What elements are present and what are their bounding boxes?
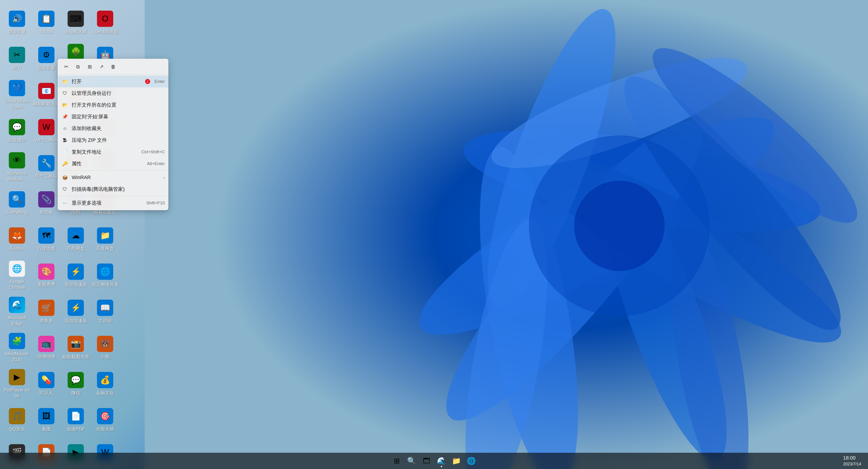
- icon-label-icon-34: 迅游加速器: [64, 318, 87, 324]
- copy-path-icon: 📄: [61, 148, 68, 156]
- icon-emoji-icon-40: ▶: [14, 372, 20, 382]
- icon-label-icon-13: WPS Office: [35, 137, 58, 143]
- desktop-icon-icon-39[interactable]: 🐻 小熊: [90, 330, 120, 366]
- desktop-icon-icon-40[interactable]: ▶ PotPlayer 64 bit: [2, 366, 32, 402]
- desktop-icon-icon-41[interactable]: 💊 吃豆人: [32, 366, 61, 402]
- desktop-icon-icon-37[interactable]: 📺 哔哩哔哩: [32, 330, 61, 366]
- taskbar-start[interactable]: ⊞: [390, 454, 403, 468]
- icon-emoji-icon-7: 🤖: [100, 50, 110, 60]
- desktop-icon-icon-42[interactable]: 💬 微信: [61, 366, 90, 402]
- desktop-icon-icon-33[interactable]: 🛒 拼多多: [32, 294, 61, 330]
- desktop-icon-icon-21[interactable]: 📎 剪切板: [32, 185, 61, 221]
- admin-label: 以管理员身份运行: [72, 90, 165, 97]
- pin-icon: 📌: [61, 113, 68, 120]
- desktop-icon-icon-25[interactable]: 🗺 百度地图: [32, 221, 61, 258]
- icon-image-icon-35: 📖: [97, 300, 113, 316]
- desktop-icon-icon-12[interactable]: 💬 企业微信: [2, 113, 32, 149]
- desktop-icon-icon-4[interactable]: ✂ 剪刀: [2, 41, 32, 77]
- icon-image-icon-5: ⚙: [38, 47, 55, 63]
- separator-2: [58, 196, 168, 196]
- scan-icon: 🛡: [61, 186, 68, 193]
- icon-label-icon-45: 看图: [42, 426, 51, 432]
- desktop-icon-icon-30[interactable]: ⚡ 迅游加速器: [61, 258, 90, 294]
- icon-label-icon-26: 百度网盘: [67, 245, 85, 251]
- menu-item-winrar[interactable]: 📦 WinRAR ›: [58, 172, 168, 183]
- icon-image-icon-20: 🔍: [9, 191, 25, 207]
- desktop-icon-icon-44[interactable]: 🎵 QQ音乐: [2, 402, 32, 438]
- menu-item-open[interactable]: 📁 打开 2 Enter: [58, 76, 168, 88]
- copy-button[interactable]: ⧉: [73, 62, 83, 72]
- icon-emoji-icon-17: 🔧: [41, 159, 52, 168]
- taskbar-explorer[interactable]: 📁: [450, 454, 463, 468]
- desktop-icon-icon-43[interactable]: 💰 金融文化: [90, 366, 120, 402]
- desktop-icon-icon-36[interactable]: 🧩 MindMaster 2020: [2, 330, 32, 366]
- open-shortcut: Enter: [155, 79, 165, 84]
- taskbar-search[interactable]: 🔍: [405, 454, 418, 468]
- icon-emoji-icon-8: 💙: [12, 83, 22, 93]
- desktop-icon-icon-24[interactable]: 🦊 Firefox: [2, 221, 32, 258]
- share-button[interactable]: ↗: [96, 62, 106, 72]
- desktop-icon-icon-47[interactable]: 🎯 全能大师: [90, 402, 120, 438]
- desktop-icon-icon-9[interactable]: 📧 网易邮箱大师: [32, 77, 61, 113]
- delete-button[interactable]: 🗑: [108, 62, 118, 72]
- desktop-icon-icon-28[interactable]: 🌐 Google Chrome: [2, 258, 32, 294]
- cut-button[interactable]: ✂: [61, 62, 71, 72]
- icon-emoji-icon-32: 🌊: [12, 300, 22, 310]
- icon-label-icon-36: MindMaster 2020: [3, 351, 31, 363]
- menu-item-compress-zip[interactable]: 🗜 压缩为 ZIP 文件: [58, 134, 168, 146]
- icon-emoji-icon-46: 📄: [71, 411, 81, 421]
- menu-item-run-as-admin[interactable]: 🛡 以管理员身份运行: [58, 88, 168, 99]
- icon-label-icon-12: 企业微信: [8, 137, 26, 143]
- taskbar-edge[interactable]: 🌊: [435, 454, 448, 468]
- location-icon: 📂: [61, 101, 68, 109]
- menu-item-add-favorites[interactable]: ☆ 添加到收藏夹: [58, 123, 168, 134]
- desktop-icon-icon-34[interactable]: ⚡ 迅游加速器: [61, 294, 90, 330]
- open-label: 打开: [72, 78, 143, 85]
- taskbar-chrome[interactable]: 🌐: [465, 454, 478, 468]
- desktop-icon-icon-27[interactable]: 📁 百度网盘: [90, 221, 120, 258]
- desktop-icon-icon-31[interactable]: 🌐 固定网络共享: [90, 258, 120, 294]
- desktop-icon-icon-26[interactable]: ☁ 百度网盘: [61, 221, 90, 258]
- open-badge: 2: [145, 79, 150, 84]
- desktop-icon-icon-13[interactable]: W WPS Office: [32, 113, 61, 149]
- desktop-icon-icon-1[interactable]: 📋 ToDisk: [32, 4, 61, 41]
- icon-emoji-icon-39: 🐻: [100, 339, 110, 349]
- properties-shortcut: Alt+Enter: [147, 161, 165, 166]
- desktop-icon-icon-16[interactable]: 👁 Workrave Workstu...: [2, 149, 32, 185]
- menu-item-properties[interactable]: 🔑 属性 Alt+Enter: [58, 158, 168, 170]
- scan-label: 扫描病毒(腾讯电脑管家): [72, 186, 165, 193]
- menu-item-more-options[interactable]: ⋯ 显示更多选项 Shift+F10: [58, 197, 168, 209]
- desktop-icon-icon-2[interactable]: ⌨ 击键截大师: [61, 4, 90, 41]
- menu-item-copy-path[interactable]: 📄 复制文件地址 Ctrl+Shift+C: [58, 146, 168, 158]
- icon-label-icon-9: 网易邮箱大师: [33, 101, 60, 107]
- menu-item-open-location[interactable]: 📂 打开文件所在的位置: [58, 99, 168, 111]
- icon-label-icon-33: 拼多多: [39, 318, 53, 324]
- desktop-icon-icon-32[interactable]: 🌊 Microsoft Edge: [2, 294, 32, 330]
- menu-item-scan-virus[interactable]: 🛡 扫描病毒(腾讯电脑管家): [58, 183, 168, 195]
- desktop-icon-icon-45[interactable]: 🖼 看图: [32, 402, 61, 438]
- icon-emoji-icon-38: 📸: [71, 339, 81, 349]
- desktop-icon-icon-17[interactable]: 🔧 牛干工具箱: [32, 149, 61, 185]
- desktop-icon-icon-5[interactable]: ⚙ 超级音量: [32, 41, 61, 77]
- icon-emoji-icon-47: 🎯: [100, 411, 110, 421]
- paste-special-button[interactable]: ⊞: [85, 62, 95, 72]
- desktop-icon-icon-8[interactable]: 💙 Visual Studio Code: [2, 77, 32, 113]
- winrar-label: WinRAR: [72, 174, 161, 180]
- desktop-icon-icon-0[interactable]: 🔊 超级音量: [2, 4, 32, 41]
- desktop-icon-icon-46[interactable]: 📄 迅捷PDF: [61, 402, 90, 438]
- desktop-icon-icon-20[interactable]: 🔍 Everything: [2, 185, 32, 221]
- svg-point-14: [574, 181, 664, 271]
- icon-image-icon-43: 💰: [97, 372, 113, 388]
- icon-image-icon-36: 🧩: [9, 333, 25, 349]
- desktop-icon-icon-3[interactable]: O Opera浏览器: [90, 4, 120, 41]
- menu-item-pin-start[interactable]: 📌 固定到'开始'屏幕: [58, 111, 168, 123]
- taskbar-taskview[interactable]: 🗔: [420, 454, 433, 468]
- desktop-icon-icon-35[interactable]: 📖 古诗词: [90, 294, 120, 330]
- icon-image-icon-8: 💙: [9, 80, 25, 96]
- desktop-icon-icon-29[interactable]: 🎨 美图秀秀: [32, 258, 61, 294]
- desktop-icon-icon-38[interactable]: 📸 超能截图大师: [61, 330, 90, 366]
- icon-emoji-icon-6: 🌳: [71, 47, 81, 57]
- icon-emoji-icon-9: 📧: [41, 86, 52, 96]
- separator-1: [58, 170, 168, 171]
- icon-emoji-icon-28: 🌐: [12, 264, 22, 273]
